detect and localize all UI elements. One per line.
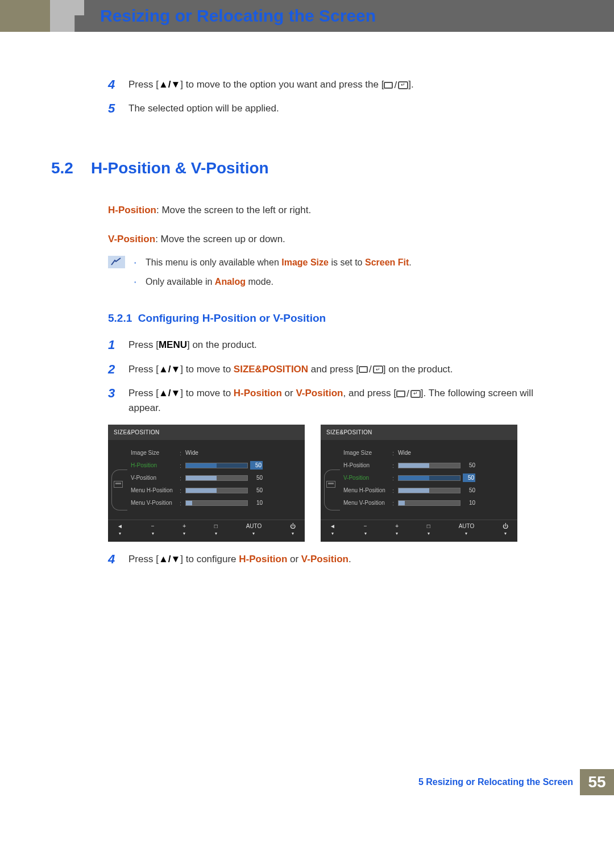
- osd-row-value: Wide: [185, 448, 219, 457]
- header-banner: Resizing or Relocating the Screen: [0, 0, 614, 32]
- step-text: The selected option will be applied.: [128, 101, 563, 116]
- osd-row: Menu V-Position:10: [329, 497, 509, 509]
- osd-footer-button: −▾: [364, 524, 367, 537]
- osd-footer: ◄▾−▾+▾□▾AUTO▾⏻▾: [108, 520, 305, 542]
- step-number: 3: [108, 386, 128, 416]
- subsection-heading: 5.2.1 Configuring H-Position or V-Positi…: [108, 310, 563, 327]
- osd-body: Image Size:WideH-Position:50V-Position:5…: [321, 440, 517, 520]
- chapter-number-graphic: [50, 0, 84, 32]
- vposition-description: V-Position: Move the screen up or down.: [108, 232, 563, 247]
- step-text: Press [▲/▼] to move to the option you wa…: [128, 77, 563, 92]
- osd-row-label: Image Size: [116, 448, 180, 457]
- step-number: 4: [108, 552, 128, 567]
- hposition-label: H-Position: [108, 205, 156, 215]
- step-number: 5: [108, 101, 128, 116]
- list-item: 2Press [▲/▼] to move to SIZE&POSITION an…: [108, 362, 563, 377]
- osd-row-value: 10: [250, 499, 263, 507]
- osd-row-value: 50: [250, 461, 263, 470]
- step-number: 4: [108, 77, 128, 92]
- list-item: 4Press [▲/▼] to move to the option you w…: [108, 77, 563, 92]
- osd-row: H-Position:50: [116, 459, 297, 472]
- osd-row: V-Position:50: [329, 472, 509, 484]
- section-heading: 5.2 H-Position & V-Position: [51, 156, 563, 180]
- osd-row-label: H-Position: [329, 461, 392, 470]
- osd-body: Image Size:WideH-Position:50V-Position:5…: [108, 440, 305, 520]
- osd-footer-button: AUTO▾: [459, 524, 475, 537]
- step-number: 2: [108, 362, 128, 377]
- banner-accent: [0, 0, 50, 32]
- osd-row: Menu H-Position:50: [329, 484, 509, 497]
- osd-source-icon: [326, 481, 335, 488]
- osd-footer-button: ◄▾: [330, 524, 335, 537]
- step-number: 1: [108, 338, 128, 352]
- osd-source-icon: [114, 481, 123, 488]
- osd-row-value: Wide: [398, 448, 432, 457]
- page-footer: 5 Resizing or Relocating the Screen 55: [0, 769, 614, 795]
- osd-row-value: 50: [463, 461, 475, 470]
- osd-row: Image Size:Wide: [329, 447, 509, 459]
- osd-row-label: Image Size: [329, 448, 392, 457]
- note-icon: [108, 256, 125, 268]
- rect-enter-icon: /↵: [359, 362, 383, 377]
- osd-row: Menu V-Position:10: [116, 497, 297, 509]
- osd-screens: SIZE&POSITIONImage Size:WideH-Position:5…: [108, 425, 563, 542]
- osd-panel-hposition: SIZE&POSITIONImage Size:WideH-Position:5…: [108, 425, 305, 542]
- osd-footer-button: AUTO▾: [246, 524, 262, 537]
- step-text: Press [MENU] on the product.: [128, 338, 563, 352]
- osd-row-value: 50: [250, 474, 263, 482]
- osd-footer-button: □▾: [214, 524, 218, 537]
- banner-main: Resizing or Relocating the Screen: [50, 0, 614, 32]
- osd-footer-button: +▾: [182, 524, 186, 537]
- osd-footer-button: +▾: [395, 524, 399, 537]
- step-text: Press [▲/▼] to configure H-Position or V…: [128, 552, 563, 567]
- step-text: Press [▲/▼] to move to SIZE&POSITION and…: [128, 362, 563, 377]
- page-title: Resizing or Relocating the Screen: [100, 6, 376, 26]
- osd-footer-button: □▾: [427, 524, 430, 537]
- osd-row-value: 50: [463, 474, 475, 482]
- osd-title: SIZE&POSITION: [321, 425, 517, 440]
- page-body: 4Press [▲/▼] to move to the option you w…: [0, 32, 614, 599]
- notes-list: This menu is only available when Image S…: [134, 256, 412, 294]
- list-item: 3Press [▲/▼] to move to H-Position or V-…: [108, 386, 563, 416]
- osd-footer-button: ⏻▾: [290, 524, 296, 537]
- rect-enter-icon: /↵: [396, 387, 421, 401]
- osd-row-label: H-Position: [116, 461, 180, 470]
- svg-rect-0: [108, 256, 125, 268]
- note-item: Only available in Analog mode.: [134, 275, 412, 289]
- section-title: H-Position & V-Position: [91, 156, 269, 180]
- config-steps-list: 1Press [MENU] on the product.2Press [▲/▼…: [108, 338, 563, 416]
- osd-row-value: 50: [463, 486, 475, 495]
- hposition-description: H-Position: Move the screen to the left …: [108, 203, 563, 218]
- osd-footer: ◄▾−▾+▾□▾AUTO▾⏻▾: [321, 520, 517, 542]
- osd-footer-button: −▾: [151, 524, 155, 537]
- note-block: This menu is only available when Image S…: [108, 256, 563, 294]
- rect-enter-icon: /↵: [384, 78, 408, 93]
- list-item: 1Press [MENU] on the product.: [108, 338, 563, 352]
- osd-row: Menu H-Position:50: [116, 484, 297, 497]
- osd-row-value: 10: [463, 499, 475, 507]
- vposition-label: V-Position: [108, 234, 155, 244]
- footer-page-number: 55: [580, 769, 614, 795]
- osd-row: H-Position:50: [329, 459, 509, 472]
- config-step-4: 4Press [▲/▼] to configure H-Position or …: [108, 552, 563, 567]
- osd-panel-vposition: SIZE&POSITIONImage Size:WideH-Position:5…: [321, 425, 517, 542]
- osd-row: Image Size:Wide: [116, 447, 297, 459]
- list-item: 4Press [▲/▼] to configure H-Position or …: [108, 552, 563, 567]
- osd-row: V-Position:50: [116, 472, 297, 484]
- pre-steps-list: 4Press [▲/▼] to move to the option you w…: [108, 77, 563, 117]
- osd-title: SIZE&POSITION: [108, 425, 305, 440]
- osd-footer-button: ⏻▾: [503, 524, 508, 537]
- step-text: Press [▲/▼] to move to H-Position or V-P…: [128, 386, 563, 416]
- section-number: 5.2: [51, 156, 91, 180]
- note-item: This menu is only available when Image S…: [134, 256, 412, 269]
- osd-row-value: 50: [250, 486, 263, 495]
- list-item: 5The selected option will be applied.: [108, 101, 563, 116]
- footer-chapter-title: 5 Resizing or Relocating the Screen: [418, 769, 580, 795]
- osd-footer-button: ◄▾: [117, 524, 123, 537]
